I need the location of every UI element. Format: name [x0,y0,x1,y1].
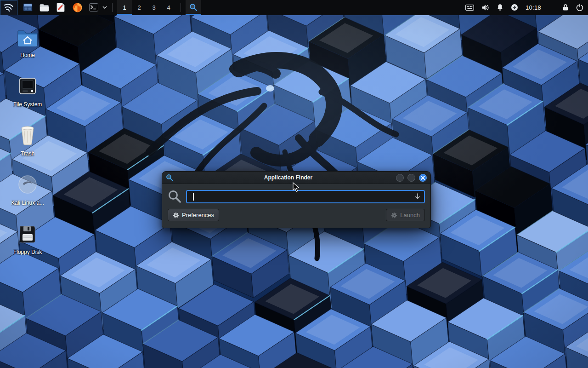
workspace-switcher: 1 2 3 4 [117,0,176,15]
gear-icon [173,212,179,218]
window-controls [396,174,427,182]
desktop-icon-floppy[interactable]: Floppy Disk [6,220,50,265]
desktop-icon-label: Kali Linux a... [11,200,44,206]
panel-launchers [22,2,107,13]
close-icon [421,176,425,180]
firefox-launcher[interactable] [72,2,83,13]
desktop-icon-filesystem[interactable]: File System [6,72,50,118]
panel-separator [112,3,113,12]
home-icon [17,26,39,48]
window-title: Application Finder [166,174,396,181]
workspace-1[interactable]: 1 [117,0,132,15]
firefox-icon [73,3,82,12]
panel-clock[interactable]: 10:18 [526,4,541,11]
keyboard-icon[interactable] [465,5,474,11]
maximize-button[interactable] [407,174,415,182]
notifications-icon[interactable] [497,4,503,11]
workspace-2[interactable]: 2 [132,0,147,15]
workspace-number: 1 [123,4,126,11]
panel-separator [181,3,181,12]
dropdown-arrow-icon[interactable] [415,193,420,200]
button-row: Preferences Launch [168,209,425,221]
trash-icon [17,124,39,146]
terminal-icon [89,3,98,12]
applications-menu-button[interactable] [0,0,17,15]
filesystem-icon [17,75,39,97]
window-content: Preferences Launch [162,184,430,228]
desktop-screen: Home File System Trash [0,0,588,368]
desktop-icon-kali-docs[interactable]: Kali Linux a... [6,171,50,216]
search-input[interactable] [191,193,412,200]
taskbar-item-application-finder[interactable] [186,0,201,15]
preferences-button[interactable]: Preferences [168,209,219,221]
workspace-number: 3 [152,4,155,11]
preferences-label: Preferences [182,212,214,218]
desktop-icon-label: Floppy Disk [13,249,42,255]
updates-icon[interactable] [511,4,518,11]
text-caret [193,193,194,201]
search-row [168,188,425,205]
search-icon [168,190,181,203]
workspace-4[interactable]: 4 [161,0,176,15]
app-finder-icon [189,3,198,12]
terminal-dropdown-chevron[interactable] [102,6,107,9]
launch-button[interactable]: Launch [386,209,425,221]
kali-menu-icon [3,3,14,12]
system-tray: 10:18 [465,4,588,11]
kali-docs-icon [17,173,39,196]
top-panel: 1 2 3 4 [0,0,588,15]
minimize-button[interactable] [396,174,404,182]
window-titlebar[interactable]: Application Finder [162,172,430,184]
text-editor-launcher[interactable] [55,2,66,13]
close-button[interactable] [419,174,427,182]
file-manager-icon [23,3,33,12]
desktop-icon-label: File System [13,101,42,108]
launch-icon [391,212,397,218]
terminal-launcher[interactable] [88,2,99,13]
chevron-down-icon [102,6,107,9]
desktop-icon-label: Home [20,52,35,58]
desktop-icon-label: Trash [21,150,34,157]
workspace-3[interactable]: 3 [147,0,161,15]
volume-icon[interactable] [481,4,489,11]
workspace-number: 2 [137,4,141,11]
desktop-icon-list: Home File System Trash [6,23,50,269]
text-editor-icon [57,3,65,12]
power-icon[interactable] [576,4,583,11]
lock-icon[interactable] [562,4,569,11]
application-finder-window: Application Finder [162,171,431,228]
desktop-icon-home[interactable]: Home [6,23,50,69]
desktop-icon-trash[interactable]: Trash [6,121,50,167]
floppy-icon [17,223,39,245]
launch-label: Launch [400,212,420,218]
files-launcher[interactable] [39,2,50,13]
workspace-number: 4 [167,4,170,11]
search-entry[interactable] [186,190,425,203]
file-manager-launcher[interactable] [22,2,33,13]
folder-icon [40,4,49,12]
